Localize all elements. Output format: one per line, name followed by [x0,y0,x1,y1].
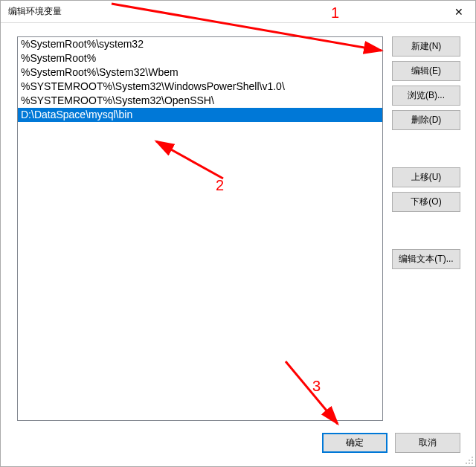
dialog-content: %SystemRoot%\system32%SystemRoot%%System… [1,23,475,466]
spacer [392,216,460,245]
list-item[interactable]: D:\DataSpace\mysql\bin [18,108,382,122]
edit-button[interactable]: 编辑(E) [392,61,460,81]
list-item[interactable]: %SYSTEMROOT%\System32\WindowsPowerShell\… [18,80,382,94]
list-item[interactable]: %SystemRoot%\System32\Wbem [18,65,382,80]
edit-text-button[interactable]: 编辑文本(T)... [392,249,460,269]
move-up-button[interactable]: 上移(U) [392,167,460,187]
resize-grip-icon [463,454,474,465]
path-listbox[interactable]: %SystemRoot%\system32%SystemRoot%%System… [17,36,383,421]
main-area: %SystemRoot%\system32%SystemRoot%%System… [17,36,460,421]
ok-button[interactable]: 确定 [322,433,387,453]
window-title: 编辑环境变量 [8,5,62,18]
move-down-button[interactable]: 下移(O) [392,192,460,212]
spacer [392,135,460,163]
svg-point-7 [469,463,470,464]
svg-point-3 [472,457,473,458]
delete-button[interactable]: 删除(D) [392,110,460,130]
bottom-bar: 确定 取消 [17,421,460,453]
dialog-window: 编辑环境变量 ✕ %SystemRoot%\system32%SystemRoo… [0,0,476,467]
titlebar: 编辑环境变量 ✕ [1,1,475,23]
browse-button[interactable]: 浏览(B)... [392,86,460,106]
svg-point-4 [469,460,470,461]
list-item[interactable]: %SYSTEMROOT%\System32\OpenSSH\ [18,94,382,108]
cancel-button[interactable]: 取消 [395,433,460,453]
svg-point-5 [472,460,473,461]
svg-point-8 [472,463,473,464]
new-button[interactable]: 新建(N) [392,36,460,57]
close-icon: ✕ [454,6,463,18]
list-item[interactable]: %SystemRoot%\system32 [18,37,382,51]
svg-point-6 [466,463,467,464]
button-column: 新建(N) 编辑(E) 浏览(B)... 删除(D) 上移(U) 下移(O) 编… [392,36,460,421]
list-item[interactable]: %SystemRoot% [18,51,382,65]
close-button[interactable]: ✕ [442,1,475,23]
